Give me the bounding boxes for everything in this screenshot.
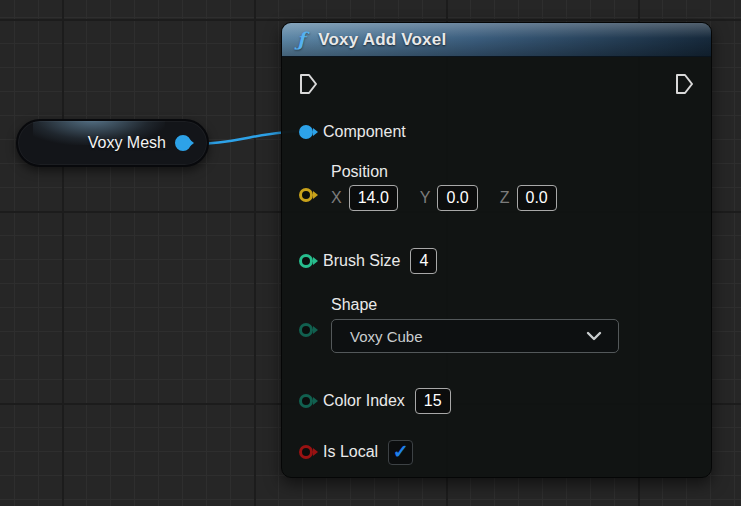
node-voxy-add-voxel[interactable]: ƒ Voxy Add Voxel Component Position X 14… xyxy=(281,22,712,478)
is-local-checkbox[interactable]: ✓ xyxy=(388,440,413,465)
color-index-label: Color Index xyxy=(323,392,405,410)
is-local-label: Is Local xyxy=(323,443,378,461)
component-pin[interactable] xyxy=(299,125,313,139)
shape-label: Shape xyxy=(331,296,377,314)
shape-pin[interactable] xyxy=(299,323,313,337)
brush-size-label: Brush Size xyxy=(323,252,400,270)
function-icon: ƒ xyxy=(297,28,305,50)
position-x-input[interactable]: 14.0 xyxy=(349,185,398,211)
component-label: Component xyxy=(323,123,406,141)
position-y-input[interactable]: 0.0 xyxy=(437,185,477,211)
axis-z-label: Z xyxy=(500,189,510,207)
shape-dropdown[interactable]: Voxy Cube xyxy=(331,319,619,353)
blueprint-graph-canvas[interactable]: Voxy Mesh ƒ Voxy Add Voxel Component Pos… xyxy=(0,0,741,506)
position-label: Position xyxy=(331,163,388,181)
is-local-pin[interactable] xyxy=(299,445,313,459)
color-index-pin[interactable] xyxy=(299,394,313,408)
exec-out-pin[interactable] xyxy=(675,73,695,95)
node-voxy-mesh[interactable]: Voxy Mesh xyxy=(16,119,209,167)
axis-y-label: Y xyxy=(420,189,431,207)
var-node-title: Voxy Mesh xyxy=(88,134,166,152)
exec-in-pin[interactable] xyxy=(299,73,319,95)
brush-size-pin[interactable] xyxy=(299,254,313,268)
color-index-input[interactable]: 15 xyxy=(415,388,451,414)
voxy-mesh-output-pin[interactable] xyxy=(175,135,191,151)
shape-dropdown-value: Voxy Cube xyxy=(350,328,423,345)
node-title: Voxy Add Voxel xyxy=(318,30,446,50)
brush-size-input[interactable]: 4 xyxy=(410,248,437,274)
node-header[interactable]: ƒ Voxy Add Voxel xyxy=(282,23,711,57)
checkmark-icon: ✓ xyxy=(393,442,409,461)
chevron-down-icon xyxy=(586,331,602,341)
position-z-input[interactable]: 0.0 xyxy=(517,185,557,211)
axis-x-label: X xyxy=(331,189,342,207)
position-pin[interactable] xyxy=(299,188,313,202)
position-vector-editor: X 14.0 Y 0.0 Z 0.0 xyxy=(331,185,557,211)
